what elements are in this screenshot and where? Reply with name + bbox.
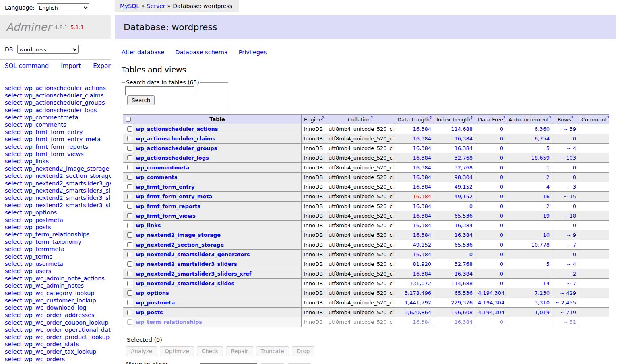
row-checkbox[interactable] [127, 261, 132, 267]
sidebar-select-link[interactable]: select [5, 136, 22, 142]
sidebar-select-link[interactable]: select [5, 231, 22, 238]
sidebar-select-link[interactable]: select [5, 158, 22, 165]
column-help-icon[interactable]: ? [371, 116, 373, 120]
sidebar-table-link[interactable]: wp_frmt_form_reports [24, 144, 88, 150]
sidebar-table-link[interactable]: wp_terms [24, 253, 52, 260]
action-database-schema[interactable]: Database schema [175, 49, 227, 56]
sidebar-table-link[interactable]: wp_nextend2_smartslider3_sliders [24, 187, 111, 194]
sidebar-table-link[interactable]: wp_nextend2_section_storage [24, 173, 111, 179]
db-select[interactable]: wordpress [17, 45, 79, 54]
table-link[interactable]: wp_term_relationships [136, 319, 202, 325]
sidebar-select-link[interactable]: select [5, 187, 22, 194]
row-checkbox[interactable] [127, 310, 132, 315]
sidebar-select-link[interactable]: select [5, 217, 22, 223]
sidebar-select-link[interactable]: select [5, 312, 22, 318]
sidebar-table-link[interactable]: wp_actionscheduler_claims [24, 92, 104, 99]
adminer-logo[interactable]: Adminer [6, 21, 52, 33]
drop-button[interactable]: Drop [292, 346, 314, 356]
row-checkbox[interactable] [127, 232, 132, 238]
row-checkbox[interactable] [127, 300, 132, 305]
sidebar-table-link[interactable]: wp_wc_download_log [24, 304, 87, 311]
sidebar-table-link[interactable]: wp_actionscheduler_logs [24, 107, 97, 113]
sidebar-op-export[interactable]: Export [93, 62, 111, 70]
row-checkbox[interactable] [127, 290, 132, 296]
sidebar-table-link[interactable]: wp_term_taxonomy [24, 239, 81, 245]
table-link[interactable]: wp_options [136, 290, 169, 296]
sidebar-table-link[interactable]: wp_wc_order_tax_lookup [24, 348, 97, 355]
select-all-checkbox[interactable] [126, 117, 131, 122]
repair-button[interactable]: Repair [226, 346, 253, 356]
sidebar-table-link[interactable]: wp_nextend2_image_storage [24, 165, 110, 172]
breadcrumb-item[interactable]: Server [147, 3, 165, 9]
sidebar-table-link[interactable]: wp_wc_customer_lookup [24, 297, 96, 304]
sidebar-select-link[interactable]: select [5, 327, 22, 333]
table-link[interactable]: wp_nextend2_smartslider3_generators [136, 251, 250, 257]
sidebar-select-link[interactable]: select [5, 253, 22, 260]
check-button[interactable]: Check [197, 346, 223, 356]
column-help-icon[interactable]: ? [471, 116, 473, 120]
breadcrumb-item[interactable]: MySQL [120, 3, 139, 9]
sidebar-select-link[interactable]: select [5, 121, 22, 128]
column-help-icon[interactable]: ? [549, 116, 551, 120]
adminer-update-version-link[interactable]: 5.1.1 [70, 24, 84, 30]
table-link[interactable]: wp_frmt_form_reports [136, 203, 200, 209]
row-checkbox[interactable] [127, 155, 132, 160]
sidebar-select-link[interactable]: select [5, 246, 22, 252]
sidebar-table-link[interactable]: wp_comments [24, 121, 66, 128]
sidebar-select-link[interactable]: select [5, 282, 22, 289]
row-checkbox[interactable] [127, 319, 132, 325]
table-link[interactable]: wp_frmt_form_entry [136, 184, 194, 190]
sidebar-table-link[interactable]: wp_wc_order_operational_data [24, 327, 111, 333]
sidebar-select-link[interactable]: select [5, 173, 22, 179]
table-link[interactable]: wp_nextend2_smartslider3_sliders [136, 261, 237, 267]
search-input[interactable] [125, 86, 194, 95]
sidebar-table-link[interactable]: wp_frmt_form_entry_meta [24, 136, 101, 142]
table-link[interactable]: wp_frmt_form_entry_meta [136, 193, 212, 199]
sidebar-table-link[interactable]: wp_commentmeta [24, 114, 79, 121]
sidebar-table-link[interactable]: wp_links [24, 158, 49, 165]
sidebar-select-link[interactable]: select [5, 99, 22, 106]
sidebar-select-link[interactable]: select [5, 356, 22, 362]
action-alter-database[interactable]: Alter database [122, 49, 164, 56]
table-link[interactable]: wp_actionscheduler_actions [136, 126, 218, 132]
sidebar-select-link[interactable]: select [5, 165, 22, 172]
sidebar-table-link[interactable]: wp_frmt_form_entry [24, 129, 83, 135]
sidebar-select-link[interactable]: select [5, 107, 22, 113]
sidebar-table-link[interactable]: wp_users [24, 268, 52, 274]
row-checkbox[interactable] [127, 204, 132, 209]
sidebar-select-link[interactable]: select [5, 202, 22, 208]
sidebar-table-link[interactable]: wp_nextend2_smartslider3_slides [24, 202, 111, 208]
row-checkbox[interactable] [127, 146, 132, 151]
sidebar-table-link[interactable]: wp_nextend2_smartslider3_sliders_xref [24, 195, 111, 201]
column-help-icon[interactable]: ? [503, 116, 505, 120]
sidebar-select-link[interactable]: select [5, 114, 22, 121]
sidebar-op-sql-command[interactable]: SQL command [5, 62, 49, 70]
table-link[interactable]: wp_commentmeta [136, 165, 189, 171]
row-checkbox[interactable] [127, 252, 132, 257]
table-link[interactable]: wp_nextend2_smartslider3_sliders_xref [136, 271, 252, 277]
sidebar-select-link[interactable]: select [5, 348, 22, 355]
column-help-icon[interactable]: ? [430, 116, 432, 120]
row-checkbox[interactable] [127, 213, 132, 218]
sidebar-select-link[interactable]: select [5, 129, 22, 135]
table-link[interactable]: wp_links [136, 222, 161, 228]
row-checkbox[interactable] [127, 175, 132, 180]
sidebar-table-link[interactable]: wp_term_relationships [24, 231, 90, 238]
sidebar-table-link[interactable]: wp_wc_order_addresses [24, 312, 95, 318]
sidebar-table-link[interactable]: wp_posts [24, 224, 51, 230]
row-checkbox[interactable] [127, 271, 132, 276]
search-button[interactable]: Search [127, 95, 155, 105]
sidebar-select-link[interactable]: select [5, 341, 22, 348]
sidebar-table-link[interactable]: wp_wc_admin_notes [24, 282, 84, 289]
action-privileges[interactable]: Privileges [239, 49, 267, 56]
sidebar-select-link[interactable]: select [5, 334, 22, 340]
column-help-icon[interactable]: ? [607, 116, 609, 120]
table-link[interactable]: wp_nextend2_smartslider3_slides [136, 280, 234, 286]
row-checkbox[interactable] [127, 194, 132, 199]
row-checkbox[interactable] [127, 165, 132, 170]
sidebar-select-link[interactable]: select [5, 85, 22, 91]
row-checkbox[interactable] [127, 184, 132, 189]
sidebar-table-link[interactable]: wp_wc_orders [24, 356, 65, 362]
sidebar-table-link[interactable]: wp_wc_order_coupon_lookup [24, 319, 109, 326]
analyze-button[interactable]: Analyze [126, 346, 157, 356]
